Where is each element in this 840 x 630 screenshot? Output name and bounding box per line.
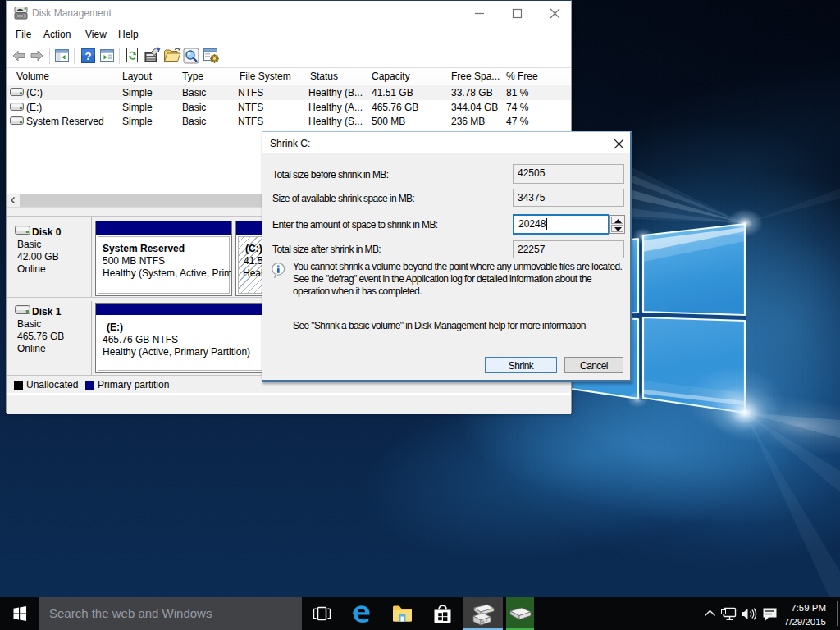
svg-text:?: ?	[85, 50, 92, 62]
